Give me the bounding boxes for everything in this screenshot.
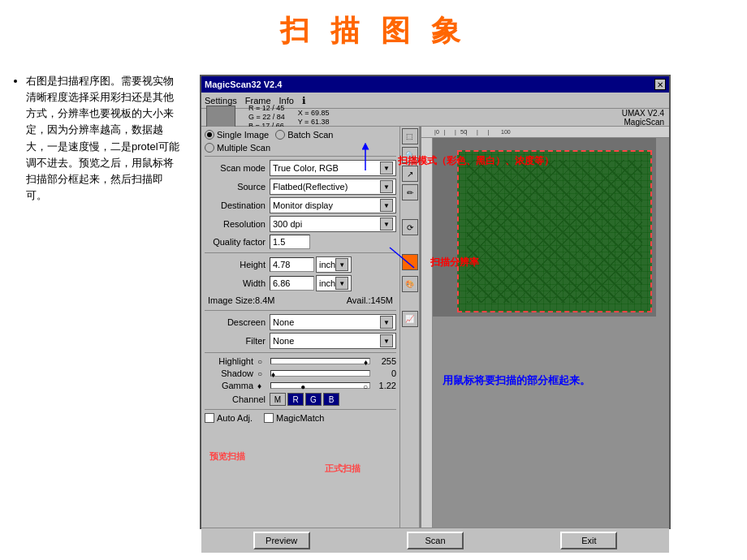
tool-palette[interactable]: 🎨 <box>402 276 418 292</box>
channel-label: Channel <box>205 394 270 404</box>
source-label: Source <box>205 182 270 192</box>
bullet-area: 右图是扫描程序图。需要视实物清晰程度选择采用彩扫还是其他方式，分辨率也要视板的大… <box>11 73 182 205</box>
descreen-value: None <box>273 317 294 327</box>
xy-values: X = 69.85 Y = 61.38 <box>298 109 330 127</box>
gamma-track[interactable]: ● ○ <box>270 382 370 389</box>
filter-arrow: ▼ <box>380 334 393 347</box>
preview-content <box>433 138 669 528</box>
quality-factor-label: Quality factor <box>205 237 270 247</box>
height-unit-dropdown[interactable]: inch ▼ <box>316 256 352 273</box>
gray-area-right <box>656 138 669 321</box>
channel-r-btn[interactable]: R <box>287 393 304 406</box>
annotation-preview-red: 预览扫描 <box>209 450 245 463</box>
height-row: Height inch ▼ <box>205 256 396 273</box>
radio-circle-multiple <box>205 143 214 153</box>
magic-match-box <box>264 413 274 423</box>
divider-4 <box>205 352 396 353</box>
r-value: R = 12 / 45 <box>248 104 285 113</box>
right-panel: | | | | | | 0 50 100 ⬚ 🔍 ↗ ✏ ⟳ 🎨 📈 <box>400 127 669 528</box>
resolution-row: Resolution 300 dpi ▼ <box>205 216 396 232</box>
channel-g-btn[interactable]: G <box>305 393 322 406</box>
tool-arrow[interactable]: ↗ <box>402 166 418 182</box>
y-value: Y = 61.38 <box>298 118 330 127</box>
menu-info-icon[interactable]: ℹ <box>302 95 306 106</box>
tool-color1[interactable] <box>402 254 418 270</box>
radio-single-image[interactable]: Single Image <box>205 130 269 140</box>
radio-multiple-label: Multiple Scan <box>217 143 270 153</box>
divider-2 <box>205 252 396 253</box>
channel-b-btn[interactable]: B <box>323 393 339 406</box>
width-unit-dropdown[interactable]: inch ▼ <box>316 275 352 291</box>
ruler-50: 50 <box>460 129 467 135</box>
gamma-label: Gamma <box>205 381 257 390</box>
gamma-row: Gamma ♦ ● ○ 1.22 <box>205 381 396 390</box>
brand-name: UMAX V2.4 <box>622 109 664 118</box>
highlight-row: Highlight ○ ♦ 255 <box>205 356 396 366</box>
gamma-icon-left: ♦ <box>257 381 269 390</box>
tool-select[interactable]: ⬚ <box>402 128 418 144</box>
annotation-scan-red: 正式扫描 <box>325 463 361 475</box>
scan-mode-row: Scan mode True Color, RGB ▼ <box>205 160 396 176</box>
height-input[interactable] <box>270 257 314 272</box>
quality-factor-input[interactable] <box>270 235 310 249</box>
gamma-value: 1.22 <box>372 381 396 390</box>
highlight-icon-left: ○ <box>257 357 269 366</box>
destination-dropdown[interactable]: Monitor display ▼ <box>270 197 396 213</box>
g-value: G = 22 / 84 <box>248 113 285 122</box>
source-arrow: ▼ <box>380 180 393 193</box>
filter-value: None <box>273 336 294 346</box>
radio-batch-scan[interactable]: Batch Scan <box>275 130 333 140</box>
infobar: R = 12 / 45 G = 22 / 84 B = 17 / 66 X = … <box>201 109 669 127</box>
avail-label: Avail.:145M <box>347 295 393 305</box>
magic-match-checkbox[interactable]: MagicMatch <box>264 413 324 423</box>
width-unit: inch <box>319 278 335 288</box>
quality-factor-row: Quality factor <box>205 235 396 249</box>
descreen-label: Descreen <box>205 317 270 327</box>
tool-chart[interactable]: 📈 <box>402 311 418 327</box>
radio-batch-label: Batch Scan <box>287 130 333 140</box>
scan-button[interactable]: Scan <box>407 532 464 549</box>
resolution-dropdown[interactable]: 300 dpi ▼ <box>270 216 396 232</box>
shadow-track[interactable]: ♦ <box>270 370 370 377</box>
shadow-row: Shadow ○ ♦ 0 <box>205 368 396 378</box>
page-title: 扫 描 图 象 <box>0 0 747 59</box>
close-button[interactable]: ✕ <box>654 79 666 90</box>
pcb-traces <box>467 160 642 303</box>
radio-row-2: Multiple Scan <box>205 143 396 153</box>
shadow-icon-left: ○ <box>257 369 269 378</box>
preview-button[interactable]: Preview <box>253 532 310 549</box>
width-unit-arrow: ▼ <box>335 277 348 290</box>
descreen-row: Descreen None ▼ <box>205 314 396 330</box>
tool-pencil[interactable]: ✏ <box>402 184 418 200</box>
scan-mode-value: True Color, RGB <box>273 163 339 173</box>
brand-info: UMAX V2.4 MagicScan <box>622 109 664 127</box>
source-value: Flatbed(Reflective) <box>273 182 348 192</box>
descreen-dropdown[interactable]: None ▼ <box>270 314 396 330</box>
destination-row: Destination Monitor display ▼ <box>205 197 396 213</box>
divider-1 <box>205 156 396 157</box>
ruler-left <box>421 138 433 528</box>
pcb-board <box>457 150 652 312</box>
ruler-top: | | | | | | 0 50 100 <box>421 127 669 138</box>
radio-multiple-scan[interactable]: Multiple Scan <box>205 143 270 153</box>
filter-row: Filter None ▼ <box>205 333 396 349</box>
image-size-label: Image Size:8.4M <box>208 295 275 305</box>
source-dropdown[interactable]: Flatbed(Reflective) ▼ <box>270 179 396 195</box>
checkbox-row: Auto Adj. MagicMatch <box>205 413 396 423</box>
menu-settings[interactable]: Settings <box>205 96 237 106</box>
annotation-middle-red: 扫描分辨率 <box>430 256 479 269</box>
filter-dropdown[interactable]: None ▼ <box>270 333 396 349</box>
tool-fill[interactable]: ⟳ <box>402 219 418 235</box>
main-content: Single Image Batch Scan Multiple Scan Sc… <box>201 127 669 528</box>
destination-value: Monitor display <box>273 200 333 210</box>
width-input[interactable] <box>270 276 314 291</box>
left-panel: Single Image Batch Scan Multiple Scan Sc… <box>201 127 400 528</box>
exit-button[interactable]: Exit <box>560 532 617 549</box>
highlight-track[interactable]: ♦ <box>270 358 370 364</box>
scan-mode-arrow: ▼ <box>380 162 393 174</box>
scan-mode-dropdown[interactable]: True Color, RGB ▼ <box>270 160 396 176</box>
channel-m-btn[interactable]: M <box>270 393 286 406</box>
resolution-arrow: ▼ <box>380 218 393 230</box>
auto-adj-checkbox[interactable]: Auto Adj. <box>205 413 253 423</box>
descreen-arrow: ▼ <box>380 316 393 329</box>
